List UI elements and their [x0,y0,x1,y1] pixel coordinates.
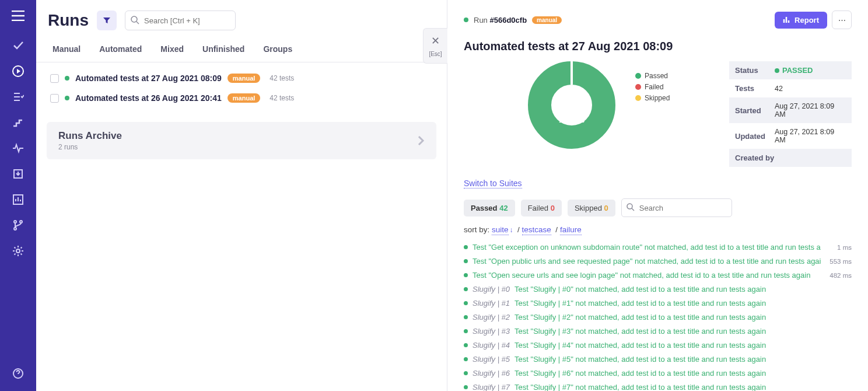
test-name[interactable]: Test "Slugify | #6" not matched, add tes… [514,369,852,378]
status-dot [464,18,468,22]
run-item[interactable]: Automated tests at 27 Aug 2021 08:09 man… [47,68,436,88]
test-row[interactable]: Slugify | #3Test "Slugify | #3" not matc… [464,325,852,337]
search-icon [626,203,635,211]
svg-point-3 [14,221,16,223]
legend-passed: Passed [645,72,668,80]
search-input[interactable] [125,11,236,30]
sort-suite[interactable]: suite [492,225,509,235]
test-search-input[interactable] [621,198,732,217]
started-value: Aug 27, 2021 8:09 AM [775,102,846,118]
legend-skipped: Skipped [645,94,670,102]
status-dot [65,76,69,81]
test-row[interactable]: Test "Open public urls and see requested… [464,255,852,267]
test-row[interactable]: Slugify | #6Test "Slugify | #6" not matc… [464,367,852,379]
check-icon[interactable] [6,34,30,57]
status-dot [464,315,468,319]
manual-badge: manual [532,16,562,24]
svg-rect-10 [570,61,573,85]
status-label: Status [735,66,775,75]
steps-icon[interactable] [6,111,30,134]
run-checkbox[interactable] [50,94,59,103]
branch-icon[interactable] [6,214,30,237]
legend-dot-passed [635,73,641,79]
runs-tabs: Manual Automated Mixed Unfinished Groups [36,37,447,62]
manual-badge: manual [228,93,261,103]
tab-mixed[interactable]: Mixed [160,37,184,62]
info-grid: StatusPASSED Tests42 StartedAug 27, 2021… [729,61,852,167]
test-row[interactable]: Test "Open secure urls and see login pag… [464,269,852,281]
test-name[interactable]: Test "Slugify | #2" not matched, add tes… [514,313,852,322]
test-name[interactable]: Test "Slugify | #0" not matched, add tes… [514,285,852,294]
sort-failure[interactable]: failure [560,225,582,235]
tests-label: Tests [735,84,775,93]
run-name: Automated tests at 26 Aug 2021 20:41 [75,93,222,103]
status-dot [464,301,468,305]
started-label: Started [735,106,775,115]
suite-prefix: Slugify | #0 [473,285,510,294]
switch-suites-link[interactable]: Switch to Suites [464,179,522,188]
legend-failed: Failed [645,83,664,91]
test-row[interactable]: Slugify | #4Test "Slugify | #4" not matc… [464,339,852,351]
status-dot [464,273,468,277]
archive-button[interactable]: Runs Archive 2 runs [47,122,436,159]
svg-point-8 [131,16,137,22]
close-panel-button[interactable]: ✕ [Esc] [423,28,447,64]
test-row[interactable]: Slugify | #2Test "Slugify | #2" not matc… [464,311,852,323]
activity-icon[interactable] [6,137,30,160]
filter-button[interactable] [97,11,117,30]
status-dot [65,96,69,100]
suite-prefix: Slugify | #2 [473,313,510,322]
test-name[interactable]: Test "Slugify | #3" not matched, add tes… [514,327,852,336]
status-dot [464,329,468,333]
run-item[interactable]: Automated tests at 26 Aug 2021 20:41 man… [47,88,436,108]
tab-groups[interactable]: Groups [263,37,292,62]
more-button[interactable]: ⋯ [832,11,852,29]
run-checkbox[interactable] [50,74,59,83]
tab-manual[interactable]: Manual [52,37,80,62]
status-dot [464,385,468,389]
updated-label: Updated [735,132,775,141]
tests-value: 42 [775,85,783,93]
run-count: 42 tests [270,74,294,82]
chip-skipped[interactable]: Skipped 0 [568,200,615,217]
test-name[interactable]: Test "Slugify | #5" not matched, add tes… [514,355,852,364]
sort-testcase[interactable]: testcase [522,225,551,235]
report-button[interactable]: Report [775,12,827,29]
play-icon[interactable] [6,60,30,83]
run-count: 42 tests [270,94,294,102]
search-icon [131,16,139,25]
test-row[interactable]: Slugify | #0Test "Slugify | #0" not matc… [464,283,852,295]
bar-chart-icon [783,16,791,24]
legend-dot-failed [635,84,641,90]
tab-unfinished[interactable]: Unfinished [202,37,244,62]
menu-icon[interactable] [12,5,24,32]
status-value: PASSED [775,66,813,75]
gear-icon[interactable] [6,239,30,263]
status-dot [464,287,468,291]
test-name[interactable]: Test "Slugify | #4" not matched, add tes… [514,341,852,350]
tests-list: Test "Get exception on unknown subdomain… [464,241,852,391]
import-icon[interactable] [6,162,30,186]
test-row[interactable]: Slugify | #5Test "Slugify | #5" not matc… [464,353,852,365]
chip-failed[interactable]: Failed 0 [521,200,562,217]
chip-passed[interactable]: Passed 42 [464,200,515,217]
esc-label: [Esc] [424,51,447,57]
test-row[interactable]: Slugify | #7Test "Slugify | #7" not matc… [464,381,852,391]
run-title: Automated tests at 27 Aug 2021 08:09 [464,40,852,53]
list-check-icon[interactable] [6,85,30,109]
createdby-label: Created by [735,153,775,162]
test-row[interactable]: Slugify | #1Test "Slugify | #1" not matc… [464,297,852,309]
bar-chart-icon[interactable] [6,188,30,211]
close-icon: ✕ [424,34,447,47]
suite-prefix: Slugify | #6 [473,369,510,378]
test-name[interactable]: Test "Open secure urls and see login pag… [473,271,825,280]
test-name[interactable]: Test "Get exception on unknown subdomain… [473,243,832,252]
test-row[interactable]: Test "Get exception on unknown subdomain… [464,241,852,253]
tab-automated[interactable]: Automated [99,37,142,62]
test-name[interactable]: Test "Slugify | #1" not matched, add tes… [514,299,852,308]
test-name[interactable]: Test "Open public urls and see requested… [473,257,825,266]
help-icon[interactable] [6,362,30,385]
test-name[interactable]: Test "Slugify | #7" not matched, add tes… [514,383,852,391]
status-dot [464,245,468,249]
archive-subtitle: 2 runs [58,143,122,151]
